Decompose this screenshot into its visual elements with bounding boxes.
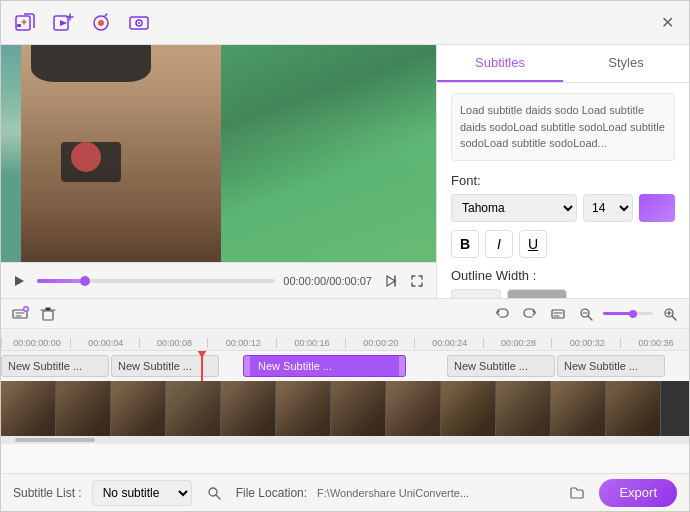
thumb-11 bbox=[551, 381, 606, 436]
video-thumbnails bbox=[1, 381, 689, 436]
thumb-3 bbox=[111, 381, 166, 436]
add-subtitle-icon[interactable] bbox=[9, 303, 31, 325]
video-area: 00:00:00/00:00:07 bbox=[1, 45, 436, 298]
playback-settings-icon[interactable] bbox=[380, 270, 402, 292]
thumb-12 bbox=[606, 381, 661, 436]
timeline-scrollbar[interactable] bbox=[1, 436, 689, 444]
outline-row: 14 bbox=[451, 289, 675, 299]
ruler-mark-4: 00:00:16 bbox=[276, 338, 345, 348]
ruler-mark-6: 00:00:24 bbox=[414, 338, 483, 348]
underline-button[interactable]: U bbox=[519, 230, 547, 258]
ruler-mark-8: 00:00:32 bbox=[551, 338, 620, 348]
svg-marker-3 bbox=[60, 20, 67, 26]
progress-bar[interactable] bbox=[37, 279, 275, 283]
subtitle-clip-3[interactable]: New Subtitle ... bbox=[243, 355, 406, 377]
tab-styles[interactable]: Styles bbox=[563, 45, 689, 82]
file-location-label: File Location: bbox=[236, 486, 307, 500]
font-color-button[interactable] bbox=[639, 194, 675, 222]
outline-width-label: Outline Width : bbox=[451, 268, 675, 283]
search-icon[interactable] bbox=[202, 481, 226, 505]
font-select[interactable]: Tahoma bbox=[451, 194, 577, 222]
ruler-mark-1: 00:00:04 bbox=[70, 338, 139, 348]
tab-subtitles[interactable]: Subtitles bbox=[437, 45, 563, 82]
folder-icon[interactable] bbox=[565, 481, 589, 505]
svg-marker-9 bbox=[15, 276, 24, 286]
thumb-7 bbox=[331, 381, 386, 436]
font-style-row: B I U bbox=[451, 230, 675, 258]
screen-record-icon[interactable] bbox=[125, 9, 153, 37]
fullscreen-icon[interactable] bbox=[406, 270, 428, 292]
clip-handle-right-3[interactable] bbox=[399, 356, 405, 376]
svg-point-17 bbox=[209, 488, 217, 496]
thumb-6 bbox=[276, 381, 331, 436]
thumb-5 bbox=[221, 381, 276, 436]
bold-button[interactable]: B bbox=[451, 230, 479, 258]
time-display: 00:00:00/00:00:07 bbox=[283, 275, 372, 287]
thumb-10 bbox=[496, 381, 551, 436]
add-media-icon[interactable] bbox=[11, 9, 39, 37]
ruler-mark-7: 00:00:28 bbox=[483, 338, 552, 348]
undo-icon[interactable] bbox=[491, 303, 513, 325]
svg-rect-14 bbox=[552, 310, 564, 318]
timeline-area: 00:00:00:00 00:00:04 00:00:08 00:00:12 0… bbox=[1, 298, 689, 473]
svg-rect-0 bbox=[16, 16, 30, 30]
subtitle-settings-icon[interactable] bbox=[547, 303, 569, 325]
bottom-bar: Subtitle List : No subtitle File Locatio… bbox=[1, 473, 689, 511]
file-path: F:\Wondershare UniConverte... bbox=[317, 487, 555, 499]
ruler-mark-3: 00:00:12 bbox=[207, 338, 276, 348]
thumb-8 bbox=[386, 381, 441, 436]
thumb-4 bbox=[166, 381, 221, 436]
scrollbar-thumb[interactable] bbox=[15, 438, 95, 442]
svg-rect-13 bbox=[43, 311, 53, 320]
clip-handle-left-3[interactable] bbox=[244, 356, 250, 376]
record-icon[interactable] bbox=[87, 9, 115, 37]
top-toolbar: ✕ bbox=[1, 1, 689, 45]
subtitle-list-select[interactable]: No subtitle bbox=[92, 480, 192, 506]
subtitle-clip-5[interactable]: New Subtitle ... bbox=[557, 355, 665, 377]
delete-subtitle-icon[interactable] bbox=[37, 303, 59, 325]
panel-tabs: Subtitles Styles bbox=[437, 45, 689, 83]
svg-point-8 bbox=[138, 22, 140, 24]
panel-body: Load subtitle daids sodo Load subtitle d… bbox=[437, 83, 689, 298]
subtitle-list-label: Subtitle List : bbox=[13, 486, 82, 500]
thumb-2 bbox=[56, 381, 111, 436]
italic-button[interactable]: I bbox=[485, 230, 513, 258]
subtitle-preview-text: Load subtitle daids sodo Load subtitle d… bbox=[451, 93, 675, 161]
svg-rect-1 bbox=[17, 24, 21, 27]
export-button[interactable]: Export bbox=[599, 479, 677, 507]
close-button[interactable]: ✕ bbox=[655, 11, 679, 35]
ruler-mark-0: 00:00:00:00 bbox=[1, 338, 70, 348]
font-size-select[interactable]: 14 bbox=[583, 194, 633, 222]
subtitle-clip-1[interactable]: New Subtitle ... bbox=[1, 355, 109, 377]
timeline-ruler: 00:00:00:00 00:00:04 00:00:08 00:00:12 0… bbox=[1, 329, 689, 351]
thumb-1 bbox=[1, 381, 56, 436]
font-label: Font: bbox=[451, 173, 675, 188]
thumb-9 bbox=[441, 381, 496, 436]
redo-icon[interactable] bbox=[519, 303, 541, 325]
app-window: ✕ bbox=[0, 0, 690, 512]
ruler-mark-5: 00:00:20 bbox=[345, 338, 414, 348]
ruler-mark-2: 00:00:08 bbox=[139, 338, 208, 348]
ruler-marks: 00:00:00:00 00:00:04 00:00:08 00:00:12 0… bbox=[1, 338, 689, 348]
right-panel: Subtitles Styles Load subtitle daids sod… bbox=[436, 45, 689, 298]
main-content: 00:00:00/00:00:07 Subtitles Styles Load … bbox=[1, 45, 689, 298]
zoom-out-icon[interactable] bbox=[575, 303, 597, 325]
control-icons bbox=[380, 270, 428, 292]
font-row: Tahoma 14 bbox=[451, 194, 675, 222]
ruler-mark-9: 00:00:36 bbox=[620, 338, 689, 348]
outline-size-select[interactable]: 14 bbox=[451, 289, 501, 299]
video-player bbox=[1, 45, 436, 262]
timeline-toolbar bbox=[1, 299, 689, 329]
subtitle-track: New Subtitle ... New Subtitle ... New Su… bbox=[1, 351, 689, 381]
outline-color-picker[interactable] bbox=[507, 289, 567, 299]
play-button[interactable] bbox=[9, 271, 29, 291]
subtitle-clip-4[interactable]: New Subtitle ... bbox=[447, 355, 555, 377]
zoom-in-icon[interactable] bbox=[659, 303, 681, 325]
add-clip-icon[interactable] bbox=[49, 9, 77, 37]
svg-point-5 bbox=[98, 20, 104, 26]
video-controls: 00:00:00/00:00:07 bbox=[1, 262, 436, 298]
svg-marker-10 bbox=[387, 276, 395, 286]
